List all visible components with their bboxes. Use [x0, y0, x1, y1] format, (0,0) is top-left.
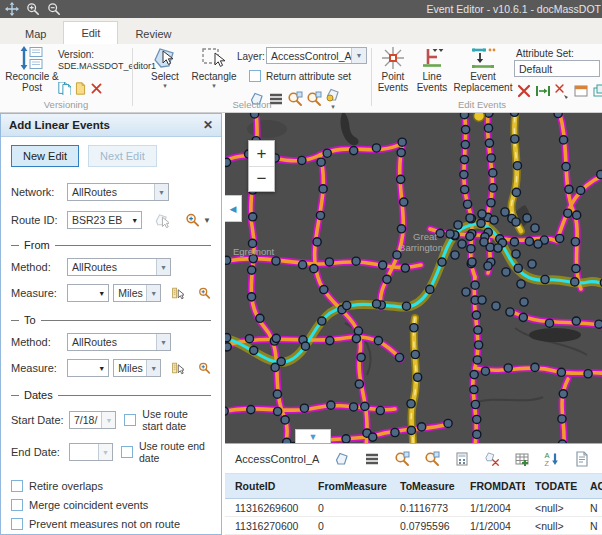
event-point[interactable] [320, 285, 328, 293]
event-point[interactable] [454, 221, 462, 229]
event-point[interactable] [298, 156, 306, 164]
network-dropdown-arrow[interactable]: ▼ [154, 184, 168, 200]
to-method-dropdown[interactable]: AllRoutes ▼ [67, 333, 171, 351]
event-point[interactable] [277, 357, 285, 365]
select-button[interactable]: Select ▾ [143, 46, 187, 89]
event-point[interactable] [460, 113, 468, 119]
tab-edit[interactable]: Edit [63, 21, 118, 45]
event-point[interactable] [472, 311, 480, 319]
start-date-arrow[interactable]: ▼ [101, 412, 115, 428]
grid-header-ac[interactable]: AC [580, 480, 602, 492]
layer-dropdown[interactable]: AccessControl_A ▼ [266, 47, 367, 64]
event-point[interactable] [510, 238, 518, 246]
event-point[interactable] [492, 302, 500, 310]
grid-header-routeid[interactable]: RouteID [225, 480, 308, 492]
event-point[interactable] [438, 258, 446, 266]
next-edit-button[interactable]: Next Edit [88, 145, 157, 167]
event-point[interactable] [481, 367, 489, 375]
event-point[interactable] [523, 214, 531, 222]
event-point[interactable] [463, 200, 471, 208]
event-point[interactable] [397, 149, 405, 157]
event-point[interactable] [584, 370, 592, 378]
from-unit-arrow[interactable]: ▼ [146, 285, 160, 301]
from-measure-combo[interactable]: ▼ [67, 284, 109, 302]
event-point[interactable] [485, 139, 493, 147]
event-point[interactable] [352, 334, 360, 342]
from-pick-measure-icon[interactable] [171, 285, 184, 301]
event-point[interactable] [512, 250, 520, 258]
event-point[interactable] [512, 218, 520, 226]
event-point[interactable] [559, 136, 567, 144]
event-point[interactable] [272, 257, 280, 265]
event-point[interactable] [325, 258, 333, 266]
event-point[interactable] [545, 319, 553, 327]
grid-header-todate[interactable]: TODATE [525, 480, 580, 492]
event-point[interactable] [484, 124, 492, 132]
map-zoom-in-button[interactable]: + [249, 141, 274, 166]
event-point[interactable] [571, 278, 579, 286]
event-point[interactable] [485, 113, 493, 117]
rectangle-button[interactable]: Rectangle ▾ [189, 46, 239, 89]
event-point[interactable] [426, 285, 434, 293]
field-calculator-button[interactable] [451, 449, 473, 469]
map-zoom-out-button[interactable]: − [249, 166, 274, 191]
event-point[interactable] [379, 261, 387, 269]
event-point[interactable] [565, 185, 573, 193]
event-point[interactable] [541, 275, 549, 283]
merge-coincident-checkbox[interactable] [11, 499, 23, 511]
table-row[interactable]: 11316269600 0 0.1116773 1/1/2004 <null> … [225, 499, 602, 517]
zoom-out-icon[interactable] [47, 2, 61, 16]
reconcile-post-button[interactable]: Reconcile & Post [4, 46, 60, 93]
event-replacement-button[interactable]: Event Replacement [450, 46, 516, 93]
clear-selection-button[interactable] [481, 449, 503, 469]
event-point[interactable] [273, 390, 281, 398]
event-point[interactable] [410, 324, 418, 332]
grid-header-fromdate[interactable]: FROMDATE [460, 480, 525, 492]
event-point[interactable] [352, 257, 360, 265]
point-events-button[interactable]: Point Events [374, 46, 412, 93]
event-point[interactable] [562, 163, 570, 171]
copy-events-icon[interactable] [592, 83, 602, 99]
from-measure-caret[interactable]: ▼ [95, 290, 108, 297]
return-attribute-set-checkbox[interactable] [249, 70, 261, 82]
select-dropdown-caret[interactable]: ▾ [143, 82, 187, 89]
grid-header-tomeasure[interactable]: ToMeasure [390, 480, 460, 492]
event-point[interactable] [446, 230, 454, 238]
event-point[interactable] [350, 147, 358, 155]
event-point[interactable] [250, 346, 258, 354]
event-point[interactable] [512, 188, 520, 196]
event-point[interactable] [281, 416, 289, 424]
event-point[interactable] [478, 210, 486, 218]
event-point[interactable] [274, 407, 282, 415]
event-point[interactable] [319, 185, 327, 193]
event-point[interactable] [475, 341, 483, 349]
event-point[interactable] [473, 356, 481, 364]
end-date-combo[interactable]: ▼ [69, 443, 113, 461]
event-point[interactable] [323, 149, 331, 157]
event-point[interactable] [597, 170, 602, 178]
event-point[interactable] [473, 415, 481, 423]
from-method-arrow[interactable]: ▼ [156, 259, 170, 275]
to-measure-caret[interactable]: ▼ [95, 365, 108, 372]
event-point[interactable] [572, 264, 580, 272]
event-point[interactable] [513, 162, 521, 170]
route-line[interactable] [315, 155, 367, 443]
to-zoom-measure-icon[interactable] [198, 360, 211, 376]
event-point[interactable] [369, 433, 377, 441]
attribute-set-dropdown[interactable]: Default [514, 60, 600, 77]
to-measure-combo[interactable]: ▼ [67, 359, 109, 377]
event-point[interactable] [564, 209, 572, 217]
pan-icon[interactable] [5, 2, 19, 16]
event-point[interactable] [577, 186, 585, 194]
event-point[interactable] [480, 238, 488, 246]
event-point[interactable] [376, 406, 384, 414]
event-point[interactable] [556, 234, 564, 242]
event-point[interactable] [436, 229, 444, 237]
event-point[interactable] [225, 407, 228, 415]
event-point[interactable] [595, 320, 602, 328]
split-event-icon[interactable] [516, 83, 532, 99]
event-point[interactable] [531, 224, 539, 232]
sort-button[interactable]: AZ [541, 449, 563, 469]
event-point[interactable] [249, 213, 257, 221]
route-id-combo[interactable]: BSR23 EB ▼ [67, 211, 142, 229]
